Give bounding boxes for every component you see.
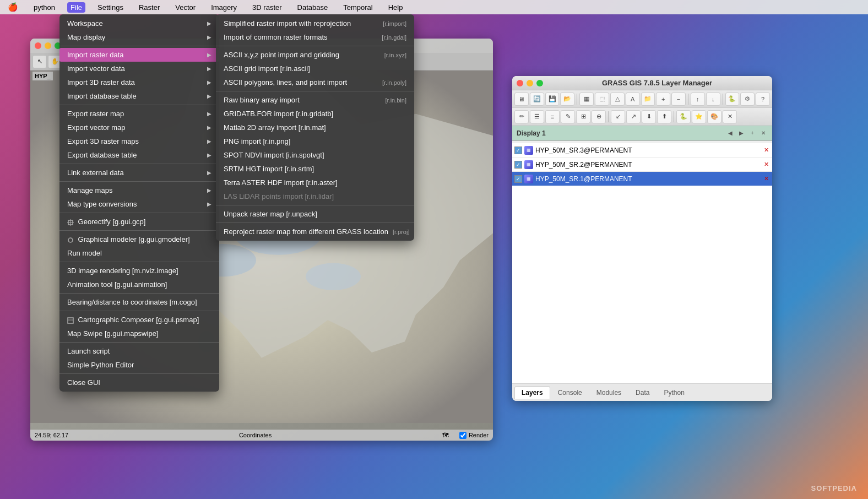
lm-btn-overlay[interactable]: ⊞ (576, 110, 590, 123)
menu-item-close-gui[interactable]: Close GUI (59, 376, 219, 389)
lm-btn-save-workspace[interactable]: 💾 (545, 93, 560, 106)
menubar-raster[interactable]: Raster (135, 2, 163, 13)
lm-btn-color-table[interactable]: 🎨 (707, 110, 721, 123)
display-next[interactable]: ▶ (737, 129, 746, 138)
lm-minimize[interactable] (527, 80, 533, 86)
menu-item-georectify[interactable]: Georectify [g.gui.gcp] (59, 215, 219, 229)
lm-btn-add-raster-3d[interactable]: ⬚ (595, 93, 609, 106)
menu-item-map-display[interactable]: Map display ▶ (59, 30, 219, 44)
menu-item-import-db-table[interactable]: Import database table ▶ (59, 89, 219, 103)
menu-item-export-vector[interactable]: Export vector map ▶ (59, 121, 219, 134)
menu-item-import-raster[interactable]: Import raster data ▶ (59, 48, 219, 62)
tab-modules[interactable]: Modules (590, 387, 628, 399)
menu-item-link-external[interactable]: Link external data ▶ (59, 166, 219, 180)
submenu-matlab[interactable]: Matlab 2D array import [r.in.mat] (216, 121, 414, 134)
submenu-common-formats[interactable]: Import of common raster formats [r.in.gd… (216, 30, 414, 44)
layer-3-checkbox[interactable]: ✓ (514, 175, 522, 183)
layer-item-1[interactable]: ✓ ▦ HYP_50M_SR.3@PERMANENT ✕ (512, 143, 772, 158)
lm-btn-add-raster[interactable]: ▦ (579, 93, 594, 106)
menu-item-export-3d[interactable]: Export 3D raster maps ▶ (59, 134, 219, 148)
submenu-aster[interactable]: Terra ASTER HDF import [r.in.aster] (216, 176, 414, 189)
lm-btn-add-group[interactable]: 📁 (641, 93, 655, 106)
render-checkbox[interactable] (459, 432, 466, 439)
menubar-database[interactable]: Database (294, 2, 332, 13)
menu-item-3d-image[interactable]: 3D image rendering [m.nviz.image] (59, 264, 219, 278)
menu-item-import-3d-raster[interactable]: Import 3D raster data ▶ (59, 75, 219, 89)
lm-btn-pencil[interactable]: ✏ (514, 110, 529, 123)
menubar-vector[interactable]: Vector (172, 2, 199, 13)
menu-item-cartographic[interactable]: Cartographic Composer [g.gui.psmap] (59, 313, 219, 327)
menu-item-animation-tool[interactable]: Animation tool [g.gui.animation] (59, 278, 219, 291)
render-checkbox-container[interactable]: Render (459, 432, 489, 439)
layer-1-checkbox[interactable]: ✓ (514, 147, 522, 154)
lm-btn-render[interactable]: 🔄 (530, 93, 544, 106)
lm-btn-table[interactable]: ☰ (530, 110, 544, 123)
lm-btn-python2[interactable]: 🐍 (676, 110, 691, 123)
layer-2-checkbox[interactable]: ✓ (514, 161, 522, 169)
layer-3-delete[interactable]: ✕ (762, 175, 770, 183)
menubar-3draster[interactable]: 3D raster (249, 2, 285, 13)
lm-btn-export-gdal[interactable]: ⬆ (657, 110, 671, 123)
menu-item-map-type-conv[interactable]: Map type conversions ▶ (59, 197, 219, 211)
tab-layers[interactable]: Layers (514, 386, 550, 399)
menubar-file[interactable]: File (67, 2, 85, 13)
menubar-python[interactable]: python (30, 2, 58, 13)
lm-btn-load-workspace[interactable]: 📂 (560, 93, 574, 106)
lm-maximize[interactable] (536, 80, 543, 86)
submenu-unpack[interactable]: Unpack raster map [r.unpack] (216, 207, 414, 221)
menubar-help[interactable]: Help (385, 2, 406, 13)
lm-btn-quit[interactable]: ✕ (723, 110, 737, 123)
menu-item-bearing[interactable]: Bearing/distance to coordinates [m.cogo] (59, 295, 219, 309)
submenu-spot-ndvi[interactable]: SPOT NDVI import [i.in.spotvgt] (216, 148, 414, 162)
tab-data[interactable]: Data (629, 387, 656, 399)
menu-item-python-editor[interactable]: Simple Python Editor (59, 358, 219, 372)
tab-console[interactable]: Console (551, 387, 589, 399)
submenu-simplified-import[interactable]: Simplified raster import with reprojecti… (216, 17, 414, 30)
layer-item-3[interactable]: ✓ ▦ HYP_50M_SR.1@PERMANENT ✕ (512, 172, 772, 186)
lm-btn-import-ogr[interactable]: ↙ (611, 110, 625, 123)
display-prev[interactable]: ◀ (726, 129, 735, 138)
display-close[interactable]: ✕ (759, 129, 768, 138)
lm-btn-help2[interactable]: ⭐ (692, 110, 706, 123)
submenu-raw-binary[interactable]: Raw binary array import [r.in.bin] (216, 93, 414, 107)
lm-btn-settings[interactable]: ⚙ (740, 93, 755, 106)
lm-btn-export-ogr[interactable]: ↗ (626, 110, 641, 123)
lm-btn-georect[interactable]: ⊕ (592, 110, 606, 123)
lm-close[interactable] (517, 80, 523, 86)
menubar-settings[interactable]: Settings (94, 2, 127, 13)
lm-btn-move-down[interactable]: ↓ (706, 93, 720, 106)
menu-item-export-db[interactable]: Export database table ▶ (59, 148, 219, 162)
menu-item-map-swipe[interactable]: Map Swipe [g.gui.mapswipe] (59, 327, 219, 340)
tab-python[interactable]: Python (657, 387, 691, 399)
menu-item-manage-maps[interactable]: Manage maps ▶ (59, 183, 219, 197)
menubar-temporal[interactable]: Temporal (340, 2, 376, 13)
menu-item-import-vector[interactable]: Import vector data ▶ (59, 62, 219, 75)
lm-btn-digitize[interactable]: ✎ (561, 110, 575, 123)
display-add[interactable]: + (748, 129, 757, 138)
submenu-srtm[interactable]: SRTM HGT import [r.in.srtm] (216, 162, 414, 176)
apple-menu[interactable]: 🍎 (4, 1, 21, 13)
lm-btn-python[interactable]: 🐍 (725, 93, 740, 106)
lm-btn-import-gdal[interactable]: ⬇ (642, 110, 656, 123)
submenu-ascii-grid[interactable]: ASCII grid import [r.in.ascii] (216, 62, 414, 75)
lm-btn-move-up[interactable]: ↑ (691, 93, 705, 106)
menu-item-export-raster[interactable]: Export raster map ▶ (59, 107, 219, 121)
submenu-ascii-poly[interactable]: ASCII polygons, lines, and point import … (216, 75, 414, 89)
lm-btn-add-vector[interactable]: △ (610, 93, 625, 106)
lm-btn-remove-layer[interactable]: − (671, 93, 686, 106)
menu-item-workspace[interactable]: Workspace ▶ (59, 17, 219, 30)
layer-1-delete[interactable]: ✕ (762, 147, 770, 154)
minimize-button[interactable] (45, 42, 51, 49)
lm-btn-add-layer[interactable]: + (656, 93, 670, 106)
layer-2-delete[interactable]: ✕ (762, 161, 770, 169)
submenu-png[interactable]: PNG import [r.in.png] (216, 134, 414, 148)
close-button[interactable] (35, 42, 41, 49)
map-tool-pointer[interactable]: ↖ (32, 55, 47, 68)
menubar-imagery[interactable]: Imagery (208, 2, 240, 13)
lm-btn-start-monitor[interactable]: 🖥 (514, 93, 529, 106)
layer-item-2[interactable]: ✓ ▦ HYP_50M_SR.2@PERMANENT ✕ (512, 158, 772, 172)
submenu-reproject[interactable]: Reproject raster map from different GRAS… (216, 225, 414, 238)
menu-item-graphical-modeler[interactable]: Graphical modeler [g.gui.gmodeler] (59, 232, 219, 246)
menu-item-run-model[interactable]: Run model (59, 246, 219, 260)
lm-btn-calc[interactable]: ≡ (545, 110, 560, 123)
